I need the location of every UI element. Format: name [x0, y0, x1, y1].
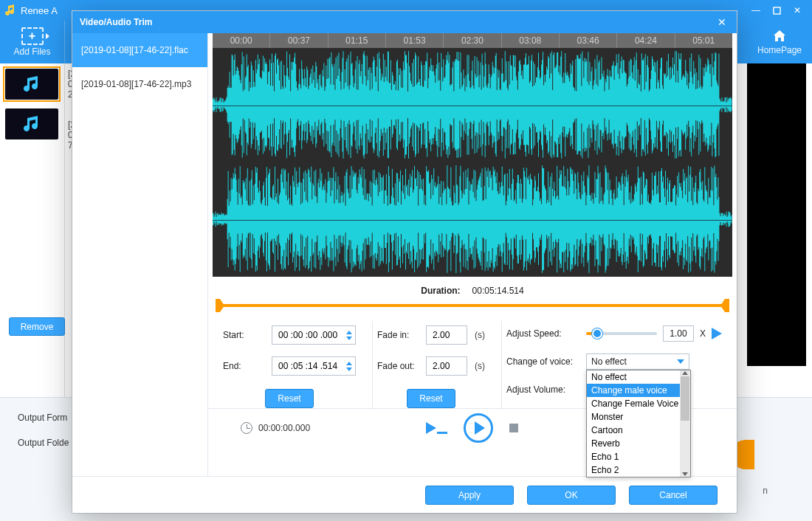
svg-rect-0	[774, 7, 780, 14]
file-thumb[interactable]	[3, 66, 61, 102]
time-ruler[interactable]: 00:0000:3701:15 01:5302:3003:08 03:4604:…	[213, 33, 732, 48]
end-label: End:	[223, 361, 266, 371]
speed-label: Adjust Speed:	[506, 328, 580, 339]
skip-button[interactable]	[426, 422, 447, 434]
maximize-button[interactable]	[766, 3, 787, 18]
track-item[interactable]: [2019-01-08][17-46-22].mp3	[72, 67, 207, 101]
trim-dialog: Video/Audio Trim ✕ [2019-01-08][17-46-22…	[72, 11, 737, 513]
cancel-button[interactable]: Cancel	[629, 486, 718, 505]
controls-area: Start: End: Reset Fade in: (s) Fade out:	[208, 318, 737, 408]
seconds-unit: (s)	[475, 361, 485, 371]
stop-button[interactable]	[509, 424, 518, 432]
speed-slider[interactable]	[586, 332, 657, 335]
reset-fade-button[interactable]: Reset	[407, 389, 455, 408]
close-button[interactable]: ✕	[787, 3, 808, 18]
chevron-down-icon	[677, 359, 684, 364]
apply-button[interactable]: Apply	[425, 486, 514, 505]
file-thumb[interactable]	[3, 106, 61, 142]
add-files-label: Add Files	[13, 46, 50, 57]
start-label: Start:	[223, 330, 266, 340]
add-files-icon	[21, 27, 44, 45]
duration-readout: Duration:00:05:14.514	[208, 277, 737, 299]
homepage-label: HomePage	[757, 45, 802, 55]
fadein-input[interactable]	[426, 325, 467, 345]
waveform-channel-right	[213, 162, 732, 277]
waveform-channel-left	[213, 48, 732, 162]
ok-button[interactable]: OK	[527, 486, 616, 505]
trim-handle-start[interactable]	[216, 299, 220, 312]
fadeout-label: Fade out:	[377, 361, 420, 371]
voice-option[interactable]: Change male voice	[587, 384, 690, 397]
start-time-input[interactable]	[272, 325, 356, 345]
play-button[interactable]	[464, 413, 493, 443]
fadein-label: Fade in:	[377, 330, 420, 340]
homepage-button[interactable]: HomePage	[747, 21, 812, 63]
play-icon	[475, 421, 485, 435]
track-item[interactable]: [2019-01-08][17-46-22].flac	[72, 33, 207, 67]
reset-time-button[interactable]: Reset	[265, 389, 314, 408]
speed-x-label: X	[700, 328, 706, 339]
add-files-button[interactable]: Add Files	[0, 21, 65, 63]
voice-option[interactable]: Reverb	[587, 437, 690, 450]
seconds-unit: (s)	[475, 330, 485, 340]
voice-dropdown: No effectChange male voiceChange Female …	[586, 370, 691, 477]
preview-pane	[747, 63, 806, 366]
output-format-label: Output Form	[18, 413, 67, 423]
voice-label: Change of voice:	[506, 356, 580, 367]
playhead-time: 00:00:00.000	[241, 422, 310, 434]
voice-option[interactable]: Cartoon	[587, 424, 690, 437]
voice-option[interactable]: Echo 1	[587, 450, 690, 463]
end-time-input[interactable]	[272, 356, 356, 376]
preview-speed-button[interactable]	[712, 328, 722, 339]
volume-label: Adjust Volume:	[506, 384, 580, 395]
voice-option[interactable]: Change Female Voice	[587, 397, 690, 410]
minimize-button[interactable]: —	[746, 3, 766, 18]
remove-button[interactable]: Remove	[9, 317, 65, 336]
trim-handle-end[interactable]	[725, 299, 729, 312]
app-icon	[4, 4, 16, 16]
clock-icon	[241, 422, 252, 434]
output-folder-label: Output Folde	[18, 438, 69, 448]
dialog-title: Video/Audio Trim	[80, 17, 152, 27]
voice-option[interactable]: Echo 2	[587, 463, 690, 477]
trim-range-bar[interactable]	[216, 299, 729, 312]
truncated-text: n	[763, 486, 768, 496]
speed-value-input[interactable]: 1.00	[663, 325, 694, 342]
dialog-footer: Apply OK Cancel	[72, 476, 737, 513]
dialog-close-button[interactable]: ✕	[715, 16, 729, 28]
home-icon	[772, 29, 787, 44]
voice-select[interactable]: No effect No effectChange male voiceChan…	[586, 353, 689, 370]
voice-option[interactable]: Monster	[587, 410, 690, 424]
track-list: [2019-01-08][17-46-22].flac [2019-01-08]…	[72, 33, 208, 476]
dialog-titlebar: Video/Audio Trim ✕	[72, 11, 737, 33]
audio-thumb-icon	[5, 69, 58, 100]
dropdown-scrollbar[interactable]	[680, 370, 690, 477]
fadeout-input[interactable]	[426, 356, 467, 376]
voice-option[interactable]: No effect	[587, 370, 690, 384]
editor-pane: 00:0000:3701:15 01:5302:3003:08 03:4604:…	[208, 33, 737, 476]
waveform-display[interactable]	[213, 48, 732, 277]
audio-thumb-icon	[5, 108, 58, 139]
